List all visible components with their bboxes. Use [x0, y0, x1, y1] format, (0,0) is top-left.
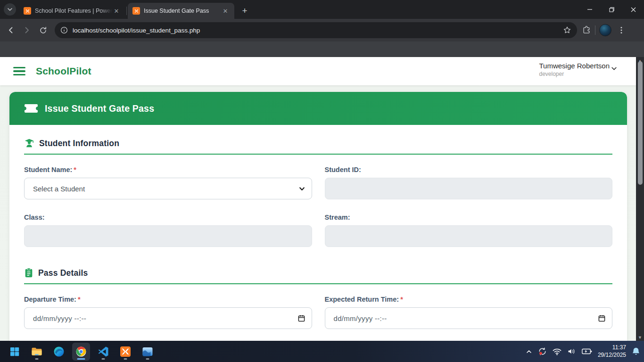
tab-close-button[interactable]: ✕ — [221, 7, 230, 15]
address-bar[interactable]: localhost/schoolpilot/issue_student_pass… — [55, 22, 577, 38]
field-class: Class: — [24, 214, 312, 247]
xampp-favicon-icon — [24, 7, 31, 15]
taskbar-clock[interactable]: 11:37 29/12/2025 — [598, 344, 626, 359]
menu-kebab-icon[interactable] — [617, 26, 626, 34]
required-asterisk: * — [400, 296, 403, 303]
running-indicator — [35, 358, 39, 360]
file-explorer-icon — [31, 346, 43, 358]
page-title: Issue Student Gate Pass — [45, 103, 154, 114]
field-label: Class: — [24, 214, 312, 221]
field-label: Expected Return Time:* — [325, 296, 613, 303]
window-gap-band — [0, 41, 644, 57]
site-info-icon[interactable] — [60, 26, 68, 34]
toolbar-separator — [595, 25, 595, 35]
tab-school-pilot-features[interactable]: School Pilot Features | Powerful ✕ — [19, 3, 125, 19]
return-time-input[interactable]: dd/mm/yyyy --:-- — [325, 307, 613, 329]
tab-issue-student-gate-pass[interactable]: Issue Student Gate Pass ✕ — [128, 3, 234, 19]
xampp-favicon-icon — [132, 7, 140, 15]
student-name-select[interactable]: Select a Student — [24, 178, 312, 199]
xampp-button[interactable] — [116, 343, 134, 361]
app-header: SchoolPilot Tumwesige Robertson develope… — [0, 57, 636, 85]
field-return-time: Expected Return Time:* dd/mm/yyyy --:-- — [325, 296, 613, 329]
volume-icon[interactable] — [567, 347, 576, 355]
media-player-icon — [141, 346, 154, 358]
tray-overflow-icon[interactable] — [526, 348, 532, 355]
browser-toolbar: localhost/schoolpilot/issue_student_pass… — [0, 19, 644, 41]
sync-alert-icon[interactable] — [538, 347, 547, 356]
field-stream: Stream: — [325, 214, 613, 247]
form-row-2: Class: Stream: — [24, 214, 612, 247]
scrollbar-thumb[interactable] — [638, 61, 643, 185]
screen: School Pilot Features | Powerful ✕ Issue… — [0, 0, 644, 362]
page-viewport: SchoolPilot Tumwesige Robertson develope… — [0, 57, 636, 341]
scroll-down-arrow[interactable]: ▼ — [636, 334, 644, 341]
required-asterisk: * — [78, 296, 81, 303]
forward-button[interactable] — [19, 22, 35, 38]
departure-time-input[interactable]: dd/mm/yyyy --:-- — [24, 307, 312, 329]
user-menu[interactable]: Tumwesige Robertson developer — [539, 62, 617, 77]
section-student-information: Student Information — [24, 138, 612, 155]
back-button[interactable] — [3, 22, 19, 38]
section-title: Pass Details — [38, 268, 88, 278]
field-label: Stream: — [325, 214, 613, 221]
taskbar-apps — [6, 343, 157, 361]
tab-close-button[interactable]: ✕ — [112, 7, 121, 15]
calendar-icon[interactable] — [598, 315, 605, 322]
gate-pass-card: Issue Student Gate Pass Student Informat… — [9, 92, 627, 341]
profile-avatar[interactable] — [599, 24, 611, 36]
field-label: Departure Time:* — [24, 296, 312, 303]
chrome-icon — [75, 346, 87, 358]
running-indicator — [102, 358, 105, 360]
extensions-icon[interactable] — [582, 25, 591, 35]
stream-input — [325, 225, 613, 247]
edge-button[interactable] — [50, 343, 68, 361]
page-scrollbar[interactable]: ▲ ▼ — [636, 57, 644, 341]
url-text[interactable]: localhost/schoolpilot/issue_student_pass… — [73, 27, 563, 34]
start-button[interactable] — [6, 343, 24, 361]
wifi-icon[interactable] — [553, 348, 561, 355]
minimize-button[interactable] — [579, 0, 601, 19]
tab-search-button[interactable] — [4, 3, 16, 16]
datetime-placeholder: dd/mm/yyyy --:-- — [334, 314, 599, 322]
system-tray: 11:37 29/12/2025 — [526, 341, 640, 362]
media-player-button[interactable] — [139, 343, 157, 361]
toolbar-actions — [582, 24, 630, 36]
field-label: Student Name:* — [24, 166, 312, 173]
vscode-icon — [98, 346, 109, 357]
select-value: Select a Student — [33, 185, 299, 193]
calendar-icon[interactable] — [298, 315, 305, 322]
class-input — [24, 225, 312, 247]
file-explorer-button[interactable] — [28, 343, 46, 361]
clock-time: 11:37 — [598, 344, 626, 352]
card-banner: Issue Student Gate Pass — [9, 92, 627, 125]
tab-separator — [126, 7, 127, 15]
brand-title: SchoolPilot — [36, 66, 91, 77]
tab-title: Issue Student Gate Pass — [144, 8, 221, 14]
form-row-3: Departure Time:* dd/mm/yyyy --:-- Expect… — [24, 296, 612, 329]
user-role: developer — [539, 71, 610, 77]
battery-icon[interactable] — [582, 348, 592, 355]
chrome-button[interactable] — [72, 343, 90, 361]
clipboard-list-icon — [24, 268, 33, 278]
close-window-button[interactable] — [622, 0, 644, 19]
chevron-down-icon — [611, 66, 617, 72]
notification-bell-icon[interactable] — [632, 347, 640, 356]
vscode-button[interactable] — [94, 343, 112, 361]
running-indicator — [146, 358, 149, 360]
running-indicator-active — [77, 358, 85, 360]
field-student-id: Student ID: — [325, 166, 613, 199]
field-label: Student ID: — [325, 166, 613, 173]
field-departure-time: Departure Time:* dd/mm/yyyy --:-- — [24, 296, 312, 329]
new-tab-button[interactable]: + — [238, 4, 251, 17]
datetime-placeholder: dd/mm/yyyy --:-- — [33, 314, 298, 322]
restore-button[interactable] — [601, 0, 622, 19]
menu-hamburger-icon[interactable] — [13, 66, 27, 77]
field-student-name: Student Name:* Select a Student — [24, 166, 312, 199]
student-id-input — [325, 178, 613, 199]
tab-title: School Pilot Features | Powerful — [35, 8, 112, 14]
running-indicator — [124, 358, 127, 360]
chevron-down-icon — [299, 186, 305, 192]
reload-button[interactable] — [35, 22, 51, 38]
user-name: Tumwesige Robertson — [539, 62, 610, 70]
bookmark-star-icon[interactable] — [563, 26, 571, 34]
